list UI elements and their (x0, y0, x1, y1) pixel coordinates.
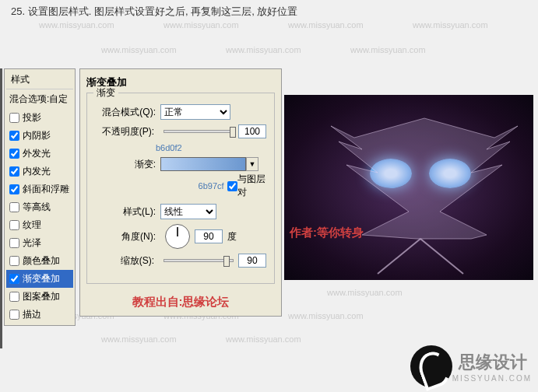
style-item-6[interactable]: 纹理 (6, 216, 73, 234)
logo-subtext: MISSYUAN.COM (452, 374, 532, 383)
logo-text: 思缘设计 (459, 351, 532, 374)
style-item-11[interactable]: 描边 (6, 306, 73, 324)
style-checkbox-2[interactable] (9, 149, 19, 159)
style-item-10[interactable]: 图案叠加 (6, 288, 73, 306)
logo-swirl-icon (410, 345, 452, 387)
watermark: www.missyuan.com (101, 334, 177, 344)
style-item-9[interactable]: 渐变叠加 (6, 270, 73, 288)
align-with-layer-checkbox[interactable] (227, 181, 237, 191)
blend-options-label[interactable]: 混合选项:自定 (6, 89, 73, 109)
panel-header-styles: 样式 (6, 71, 73, 89)
style-item-2[interactable]: 外发光 (6, 145, 73, 163)
blend-mode-select[interactable]: 正常 (160, 104, 230, 120)
style-label-6: 纹理 (23, 219, 41, 232)
style-item-5[interactable]: 等高线 (6, 198, 73, 216)
style-checkbox-0[interactable] (9, 113, 19, 123)
style-checkbox-5[interactable] (9, 202, 19, 212)
watermark: www.missyuan.com (39, 20, 114, 30)
tutorial-step-text: 25. 设置图层样式. 图层样式设置好之后, 再复制这三层, 放好位置 (11, 5, 297, 19)
angle-unit: 度 (227, 230, 237, 243)
style-label-5: 等高线 (23, 201, 51, 214)
effect-preview-image (284, 95, 533, 280)
gradient-dropdown-icon[interactable]: ▼ (246, 157, 258, 171)
watermark: www.missyuan.com (226, 45, 301, 54)
style-label-8: 颜色叠加 (23, 254, 60, 268)
watermark: www.missyuan.com (288, 20, 364, 30)
group-title: 渐变 (93, 86, 118, 100)
style-label-2: 外发光 (23, 147, 51, 160)
angle-dial[interactable] (165, 224, 190, 249)
style-item-3[interactable]: 内发光 (6, 163, 73, 180)
style-label-11: 描边 (23, 308, 41, 321)
style-item-0[interactable]: 投影 (6, 109, 73, 127)
opacity-input[interactable] (238, 124, 266, 138)
style-checkbox-3[interactable] (9, 166, 19, 177)
style-checkbox-6[interactable] (9, 220, 19, 230)
color-hex-2: 6b97cf (199, 181, 224, 191)
style-checkbox-9[interactable] (9, 274, 19, 284)
style-item-8[interactable]: 颜色叠加 (6, 252, 73, 270)
watermark: www.missyuan.com (164, 20, 239, 30)
style-checkbox-7[interactable] (9, 238, 19, 248)
style-item-7[interactable]: 光泽 (6, 234, 73, 252)
style-checkbox-1[interactable] (9, 131, 19, 141)
style-select[interactable]: 线性 (160, 204, 216, 219)
gradient-overlay-panel: 渐变叠加 渐变 混合模式(Q): 正常 不透明度(P): b6d0f2 渐变: … (79, 68, 282, 317)
style-checkbox-8[interactable] (9, 256, 19, 266)
watermark: www.missyuan.com (101, 45, 177, 54)
style-label-0: 投影 (23, 111, 41, 124)
scale-input[interactable] (238, 254, 266, 268)
style-checkbox-4[interactable] (9, 184, 19, 194)
layer-style-list-panel: 样式 混合选项:自定 投影内阴影外发光内发光斜面和浮雕等高线纹理光泽颜色叠加渐变… (4, 68, 76, 326)
align-label: 与图层对 (237, 173, 266, 199)
style-checkbox-10[interactable] (9, 292, 19, 302)
site-logo: 思缘设计 MISSYUAN.COM (410, 345, 532, 387)
author-credit: 作者:等你转身 (290, 226, 364, 240)
style-label-1: 内阴影 (23, 129, 51, 142)
style-label-10: 图案叠加 (23, 290, 60, 303)
watermark: www.missyuan.com (327, 288, 403, 297)
style-item-4[interactable]: 斜面和浮雕 (6, 180, 73, 198)
opacity-slider[interactable] (164, 130, 234, 133)
style-label: 样式(L): (95, 205, 156, 219)
style-label-9: 渐变叠加 (23, 272, 60, 285)
style-label-3: 内发光 (23, 165, 51, 178)
watermark: www.missyuan.com (350, 45, 426, 54)
watermark: www.missyuan.com (226, 334, 301, 344)
gradient-preview[interactable] (160, 157, 246, 171)
watermark: www.missyuan.com (288, 311, 364, 320)
style-label-4: 斜面和浮雕 (23, 183, 69, 196)
gradient-label: 渐变: (95, 158, 156, 171)
style-label-7: 光泽 (23, 236, 41, 250)
blend-mode-label: 混合模式(Q): (95, 106, 156, 119)
style-item-1[interactable]: 内阴影 (6, 127, 73, 145)
watermark: www.missyuan.com (413, 20, 488, 30)
scale-slider[interactable] (164, 259, 234, 262)
angle-input[interactable] (195, 229, 223, 243)
angle-label: 角度(N): (95, 230, 156, 243)
tutorial-credit: 教程出自:思缘论坛 (86, 295, 275, 310)
style-checkbox-11[interactable] (9, 310, 19, 320)
preview-wings-svg (284, 95, 533, 280)
color-hex-1: b6d0f2 (156, 143, 266, 152)
opacity-label: 不透明度(P): (95, 125, 154, 138)
scale-label: 缩放(S): (95, 254, 154, 268)
